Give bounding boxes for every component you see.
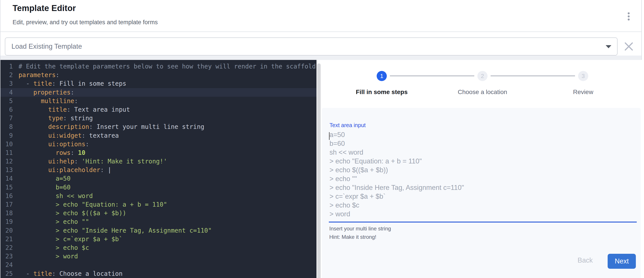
code-line: 23 > word: [0, 252, 316, 261]
code-line: 9 ui:widget: textarea: [0, 131, 316, 140]
line-number: 3: [0, 79, 13, 88]
textarea-placeholder-line: b=60: [330, 139, 632, 148]
more-vert-icon: [628, 12, 630, 20]
more-options-button[interactable]: [620, 8, 637, 25]
section-divider: [0, 55, 641, 60]
stepper: 1Fill in some steps2Choose a location3Re…: [321, 60, 642, 108]
code-line: 25 - title: Choose a location: [0, 270, 316, 278]
load-template-combobox[interactable]: Load Existing Template: [5, 37, 618, 55]
close-icon: [624, 42, 634, 51]
code-line: 16 sh << word: [0, 192, 316, 200]
textarea-placeholder-line: > echo "Equation: a + b = 110": [330, 157, 632, 166]
code-line: 1# Edit the template parameters below to…: [0, 62, 316, 71]
textarea-placeholder-lines: a=50b=60sh << word> echo "Equation: a + …: [328, 130, 632, 219]
line-number: 22: [0, 244, 13, 252]
line-number: 14: [0, 174, 13, 183]
code-line: 17 > echo "Equation: a + b = 110": [0, 200, 316, 209]
line-number: 5: [0, 97, 13, 105]
line-number: 17: [0, 200, 13, 209]
code-line: 8 description: Insert your multi line st…: [0, 122, 316, 131]
text-cursor: [329, 132, 330, 140]
page-title: Template Editor: [12, 3, 76, 13]
field-description: Insert your multi line string: [329, 226, 391, 232]
clear-template-button[interactable]: [622, 40, 636, 53]
line-number: 8: [0, 122, 13, 131]
code-line: 6 title: Text area input: [0, 105, 316, 114]
combobox-placeholder: Load Existing Template: [12, 38, 82, 55]
line-number: 20: [0, 226, 13, 235]
line-number: 19: [0, 217, 13, 226]
step-label: Fill in some steps: [331, 89, 432, 96]
code-line: 21 > c=`expr $a + $b`: [0, 235, 316, 244]
line-number: 24: [0, 261, 13, 269]
textarea-placeholder-line: > c=`expr $a + $b`: [330, 192, 632, 201]
code-line: 24: [0, 261, 316, 269]
code-line: 10 ui:options:: [0, 140, 316, 148]
step-circle-1: 1: [377, 71, 387, 81]
code-line: 20 > echo "Inside Here Tag, Assignment c…: [0, 226, 316, 235]
code-line: 15 b=60: [0, 183, 316, 192]
textarea-placeholder-line: > echo $(($a + $b)): [330, 166, 632, 174]
template-loader-row: Load Existing Template: [0, 32, 641, 55]
line-number: 18: [0, 209, 13, 217]
step-label: Choose a location: [432, 89, 533, 96]
line-number: 23: [0, 252, 13, 261]
editor-scrollbar[interactable]: [317, 63, 321, 278]
code-line: 5 multiline:: [0, 97, 316, 105]
split-view: 1# Edit the template parameters below to…: [0, 60, 641, 278]
code-line: 19 > echo "": [0, 217, 316, 226]
line-number: 13: [0, 166, 13, 174]
textarea-placeholder-line: > word: [330, 210, 632, 219]
code-line: 14 a=50: [0, 174, 316, 183]
line-number: 12: [0, 157, 13, 166]
code-editor[interactable]: 1# Edit the template parameters below to…: [0, 60, 316, 278]
line-number: 21: [0, 235, 13, 244]
code-line: 13 ui:placeholder: |: [0, 166, 316, 174]
line-number: 1: [0, 62, 13, 71]
back-button[interactable]: Back: [571, 253, 600, 268]
textarea-placeholder-line: > echo $c: [330, 201, 632, 210]
code-line: 18 > echo $(($a + $b)): [0, 209, 316, 217]
line-number: 6: [0, 105, 13, 114]
template-preview-panel: 1Fill in some steps2Choose a location3Re…: [321, 60, 642, 278]
code-line: 4 properties:: [0, 88, 316, 97]
template-editor-page: Template Editor Edit, preview, and try o…: [0, 0, 642, 278]
form-card: Text area input a=50b=60sh << word> echo…: [322, 108, 641, 278]
line-number: 4: [0, 88, 13, 97]
code-line: 22 > echo $c: [0, 244, 316, 252]
line-number: 9: [0, 131, 13, 140]
step-circle-2: 2: [478, 71, 488, 81]
step-connector: [390, 76, 474, 76]
multiline-textarea[interactable]: a=50b=60sh << word> echo "Equation: a + …: [328, 130, 632, 221]
input-focus-underline: [329, 222, 637, 223]
editor-lines: 1# Edit the template parameters below to…: [0, 60, 316, 278]
textarea-placeholder-line: > echo "Inside Here Tag, Assignment c=11…: [330, 183, 632, 192]
step-circle-3: 3: [578, 71, 588, 81]
dropdown-caret-icon[interactable]: [606, 45, 612, 48]
code-line: 2parameters:: [0, 71, 316, 79]
step-connector: [490, 76, 575, 76]
line-number: 16: [0, 192, 13, 200]
code-line: 7 type: string: [0, 114, 316, 122]
line-number: 15: [0, 183, 13, 192]
line-number: 10: [0, 140, 13, 148]
next-button[interactable]: Next: [608, 254, 636, 269]
textarea-placeholder-line: sh << word: [330, 148, 632, 157]
textarea-placeholder-line: a=50: [330, 130, 632, 139]
line-number: 7: [0, 114, 13, 122]
code-line: 12 ui:help: 'Hint: Make it strong!': [0, 157, 316, 166]
code-line: 11 rows: 10: [0, 148, 316, 157]
page-header: Template Editor Edit, preview, and try o…: [0, 0, 641, 32]
line-number: 11: [0, 148, 13, 157]
page-subtitle: Edit, preview, and try out templates and…: [12, 19, 158, 26]
line-number: 25: [0, 270, 13, 278]
field-help-text: Hint: Make it strong!: [329, 234, 376, 240]
code-line: 3 - title: Fill in some steps: [0, 79, 316, 88]
line-number: 2: [0, 71, 13, 79]
step-label: Review: [532, 89, 634, 96]
textarea-placeholder-line: > echo "": [330, 174, 632, 183]
field-label: Text area input: [330, 122, 366, 128]
